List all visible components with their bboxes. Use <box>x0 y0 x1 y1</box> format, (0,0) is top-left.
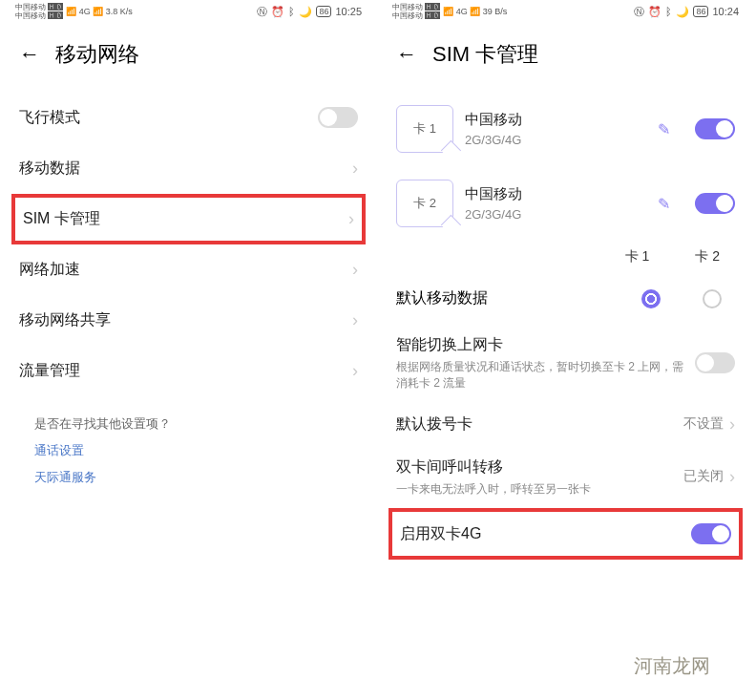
page-title: SIM 卡管理 <box>432 40 538 69</box>
sim-chip-icon: 卡 1 <box>396 105 453 153</box>
default-data-sim1-radio[interactable] <box>641 289 661 308</box>
dual-4g-highlight: 启用双卡4G <box>388 508 743 560</box>
alarm-icon: ⏰ <box>271 6 284 18</box>
skytone-link[interactable]: 天际通服务 <box>34 469 343 486</box>
edit-sim2-icon[interactable]: ✎ <box>658 195 670 213</box>
dnd-icon: 🌙 <box>299 6 312 18</box>
airplane-label: 飞行模式 <box>19 108 80 128</box>
tethering-row[interactable]: 移动网络共享 › <box>0 295 377 346</box>
chevron-right-icon: › <box>352 260 358 280</box>
radio-column-header: 卡 1 卡 2 <box>377 241 754 273</box>
chevron-right-icon: › <box>348 209 354 229</box>
default-dial-row[interactable]: 默认拨号卡 不设置 › <box>377 403 754 446</box>
hints-section: 是否在寻找其他设置项？ 通话设置 天际通服务 <box>0 396 377 505</box>
chevron-right-icon: › <box>352 159 358 179</box>
smart-switch-toggle[interactable] <box>695 352 735 373</box>
dual-4g-toggle[interactable] <box>691 523 731 544</box>
battery-icon: 86 <box>316 6 331 17</box>
chevron-right-icon: › <box>352 361 358 381</box>
watermark-text: 河南龙网 <box>634 653 710 679</box>
call-settings-link[interactable]: 通话设置 <box>34 442 343 459</box>
page-header: ← 移动网络 <box>0 23 377 92</box>
status-bar: 中国移动 🅷🅳中国移动 🅷🅳 📶 4G 📶 39 B/s Ⓝ ⏰ ᛒ 🌙 86 … <box>377 0 754 23</box>
sim-card-2-row[interactable]: 卡 2 中国移动 2G/3G/4G ✎ <box>377 166 754 241</box>
nfc-icon: Ⓝ <box>634 5 644 19</box>
chevron-right-icon: › <box>729 414 735 435</box>
chevron-right-icon: › <box>352 310 358 330</box>
smart-switch-row[interactable]: 智能切换上网卡 根据网络质量状况和通话状态，暂时切换至卡 2 上网，需消耗卡 2… <box>377 324 754 403</box>
battery-icon: 86 <box>693 6 708 17</box>
sim1-name: 中国移动 <box>465 111 646 129</box>
edit-sim1-icon[interactable]: ✎ <box>658 120 670 138</box>
sim2-name: 中国移动 <box>465 185 646 203</box>
bluetooth-icon: ᛒ <box>288 6 295 17</box>
bluetooth-icon: ᛒ <box>665 6 672 17</box>
sim-management-highlight: SIM 卡管理 › <box>11 194 366 244</box>
data-usage-row[interactable]: 流量管理 › <box>0 346 377 396</box>
signal-icon: 📶 4G 📶 39 B/s <box>443 7 507 16</box>
hints-prompt: 是否在寻找其他设置项？ <box>34 415 343 433</box>
back-button[interactable]: ← <box>396 42 417 67</box>
dual-4g-row[interactable]: 启用双卡4G <box>392 512 739 556</box>
default-data-row: 默认移动数据 <box>377 273 754 324</box>
airplane-toggle[interactable] <box>318 107 358 128</box>
sim2-bands: 2G/3G/4G <box>465 207 646 222</box>
phone-right: 中国移动 🅷🅳中国移动 🅷🅳 📶 4G 📶 39 B/s Ⓝ ⏰ ᛒ 🌙 86 … <box>377 0 754 560</box>
clock-text: 10:25 <box>335 6 362 17</box>
sim2-toggle[interactable] <box>695 193 735 214</box>
sim1-bands: 2G/3G/4G <box>465 133 646 147</box>
chevron-right-icon: › <box>729 467 735 487</box>
dnd-icon: 🌙 <box>676 6 689 18</box>
clock-text: 10:24 <box>712 6 739 17</box>
signal-icon: 📶 4G 📶 3.8 K/s <box>66 7 133 16</box>
default-data-sim2-radio[interactable] <box>703 289 722 308</box>
sim-chip-icon: 卡 2 <box>396 180 453 227</box>
status-bar: 中国移动 🅷🅳中国移动 🅷🅳 📶 4G 📶 3.8 K/s Ⓝ ⏰ ᛒ 🌙 86… <box>0 0 377 23</box>
mobile-data-row[interactable]: 移动数据 › <box>0 143 377 194</box>
sim-card-1-row[interactable]: 卡 1 中国移动 2G/3G/4G ✎ <box>377 92 754 166</box>
phone-left: 中国移动 🅷🅳中国移动 🅷🅳 📶 4G 📶 3.8 K/s Ⓝ ⏰ ᛒ 🌙 86… <box>0 0 377 505</box>
call-forward-row[interactable]: 双卡间呼叫转移 一卡来电无法呼入时，呼转至另一张卡 已关闭 › <box>377 446 754 509</box>
page-header: ← SIM 卡管理 <box>377 23 754 92</box>
page-title: 移动网络 <box>55 40 139 69</box>
network-accel-row[interactable]: 网络加速 › <box>0 244 377 295</box>
sim1-toggle[interactable] <box>695 118 735 139</box>
back-button[interactable]: ← <box>19 42 40 67</box>
sim-management-row[interactable]: SIM 卡管理 › <box>15 198 362 241</box>
airplane-mode-row[interactable]: 飞行模式 <box>0 92 377 143</box>
alarm-icon: ⏰ <box>648 6 662 18</box>
nfc-icon: Ⓝ <box>257 5 267 19</box>
